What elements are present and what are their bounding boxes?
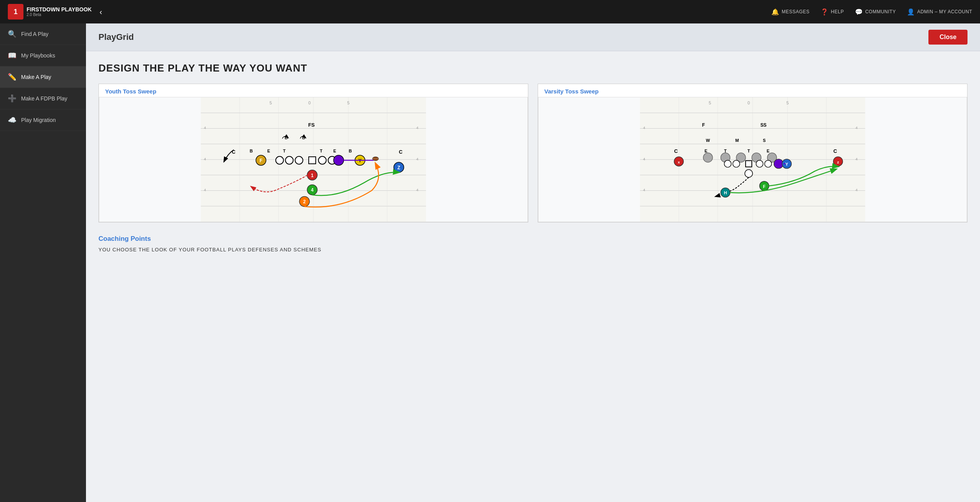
svg-text:M: M xyxy=(735,138,739,143)
svg-point-91 xyxy=(703,153,713,162)
svg-text:0: 0 xyxy=(748,100,750,105)
my-playbooks-icon: 📖 xyxy=(8,51,16,60)
svg-text:T: T xyxy=(748,149,750,153)
page-content: DESIGN THE PLAY THE WAY YOU WANT Youth T… xyxy=(86,51,980,265)
messages-link[interactable]: 🔔 MESSAGES xyxy=(771,8,810,16)
svg-point-35 xyxy=(285,156,293,164)
svg-text:C: C xyxy=(399,149,402,155)
help-icon: ❓ xyxy=(821,8,829,16)
sidebar-item-find-play[interactable]: 🔍 Find A Play xyxy=(0,23,86,45)
svg-text:W: W xyxy=(706,138,710,143)
logo: 1 FIRSTDOWN PLAYBOOK 2.0 Beta xyxy=(8,4,92,20)
svg-text:B: B xyxy=(349,149,352,153)
nav-toggle-button[interactable]: ‹ xyxy=(97,6,106,18)
logo-text: FIRSTDOWN PLAYBOOK 2.0 Beta xyxy=(27,6,92,18)
svg-text:4: 4 xyxy=(311,187,314,193)
svg-text:z: z xyxy=(837,160,839,164)
svg-text:5: 5 xyxy=(786,100,789,105)
svg-text:T: T xyxy=(724,149,727,153)
content-area: PlayGrid Close DESIGN THE PLAY THE WAY Y… xyxy=(86,23,980,502)
messages-icon: 🔔 xyxy=(771,8,780,16)
youth-toss-sweep-diagram: 0 5 5 4 4 4 4 4 4 FS xyxy=(99,97,528,222)
main-layout: 🔍 Find A Play 📖 My Playbooks ✏️ Make A P… xyxy=(0,23,980,502)
nav-right: 🔔 MESSAGES ❓ HELP 💬 COMMUNITY 👤 ADMIN – … xyxy=(771,8,972,16)
community-icon: 💬 xyxy=(855,8,863,16)
svg-point-98 xyxy=(724,160,731,167)
svg-text:S: S xyxy=(763,138,765,143)
youth-toss-sweep-card: Youth Toss Sweep xyxy=(98,84,528,222)
svg-text:1: 1 xyxy=(311,173,314,178)
close-button[interactable]: Close xyxy=(928,30,967,45)
svg-text:T: T xyxy=(320,149,323,153)
svg-text:4: 4 xyxy=(643,157,646,161)
coaching-section: Coaching Points YOU CHOOSE THE LOOK OF Y… xyxy=(98,235,967,254)
svg-text:5: 5 xyxy=(270,100,272,105)
svg-text:T: T xyxy=(283,149,286,153)
svg-text:0: 0 xyxy=(308,100,311,105)
coaching-title: Coaching Points xyxy=(98,235,967,243)
svg-text:FS: FS xyxy=(308,122,315,128)
svg-point-100 xyxy=(765,160,772,167)
varsity-toss-sweep-title: Varsity Toss Sweep xyxy=(538,84,967,97)
svg-text:4: 4 xyxy=(416,157,418,161)
svg-point-37 xyxy=(318,156,326,164)
find-play-icon: 🔍 xyxy=(8,30,16,38)
sidebar-item-my-playbooks[interactable]: 📖 My Playbooks xyxy=(0,45,86,66)
svg-text:F: F xyxy=(702,122,705,128)
svg-point-104 xyxy=(745,170,753,177)
svg-text:E: E xyxy=(267,149,270,153)
svg-text:4: 4 xyxy=(416,188,418,192)
sidebar-item-make-play[interactable]: ✏️ Make A Play xyxy=(0,66,86,88)
section-headline: DESIGN THE PLAY THE WAY YOU WANT xyxy=(98,62,967,74)
svg-text:E: E xyxy=(767,149,769,153)
svg-point-99 xyxy=(756,160,763,167)
admin-link[interactable]: 👤 ADMIN – MY ACCOUNT xyxy=(907,8,972,16)
svg-text:4: 4 xyxy=(416,126,418,130)
svg-text:C: C xyxy=(674,148,678,154)
make-fdpb-icon: ➕ xyxy=(8,94,16,103)
svg-text:E: E xyxy=(705,149,707,153)
community-link[interactable]: 💬 COMMUNITY xyxy=(855,8,896,16)
svg-point-97 xyxy=(733,160,740,167)
svg-text:5: 5 xyxy=(709,100,711,105)
plays-grid: Youth Toss Sweep xyxy=(98,84,967,222)
coaching-text: YOU CHOOSE THE LOOK OF YOUR FOOTBALL PLA… xyxy=(98,246,967,254)
sidebar-item-play-migration[interactable]: ☁️ Play Migration xyxy=(0,109,86,131)
svg-text:C: C xyxy=(833,148,837,154)
svg-text:H: H xyxy=(724,190,727,195)
svg-text:4: 4 xyxy=(855,188,858,192)
svg-text:4: 4 xyxy=(204,157,206,161)
youth-toss-sweep-title: Youth Toss Sweep xyxy=(99,84,528,97)
svg-rect-33 xyxy=(309,157,316,164)
admin-icon: 👤 xyxy=(907,8,915,16)
svg-point-34 xyxy=(295,156,303,164)
nav-left: 1 FIRSTDOWN PLAYBOOK 2.0 Beta ‹ xyxy=(8,4,105,20)
svg-text:4: 4 xyxy=(855,126,858,130)
svg-text:x: x xyxy=(678,160,680,164)
page-header: PlayGrid Close xyxy=(86,23,980,51)
page-title: PlayGrid xyxy=(98,32,134,42)
svg-text:5: 5 xyxy=(347,100,349,105)
svg-point-45 xyxy=(334,155,344,165)
top-nav: 1 FIRSTDOWN PLAYBOOK 2.0 Beta ‹ 🔔 MESSAG… xyxy=(0,0,980,23)
help-link[interactable]: ❓ HELP xyxy=(821,8,844,16)
svg-text:E: E xyxy=(333,149,336,153)
svg-text:2: 2 xyxy=(303,199,306,204)
svg-text:4: 4 xyxy=(204,126,206,130)
svg-text:4: 4 xyxy=(643,126,646,130)
svg-text:B: B xyxy=(250,149,253,153)
make-play-icon: ✏️ xyxy=(8,73,16,81)
svg-text:Y: Y xyxy=(785,162,789,167)
svg-text:4: 4 xyxy=(204,188,206,192)
svg-text:4: 4 xyxy=(643,188,646,192)
sidebar: 🔍 Find A Play 📖 My Playbooks ✏️ Make A P… xyxy=(0,23,86,502)
logo-icon: 1 xyxy=(8,4,23,20)
svg-text:SS: SS xyxy=(760,122,767,128)
svg-text:Z: Z xyxy=(397,165,400,170)
varsity-toss-sweep-card: Varsity Toss Sweep xyxy=(538,84,967,222)
svg-text:F: F xyxy=(763,184,765,189)
sidebar-item-make-fdpb-play[interactable]: ➕ Make A FDPB Play xyxy=(0,88,86,109)
varsity-toss-sweep-diagram: 0 5 5 4 4 4 4 4 4 F SS xyxy=(538,97,967,222)
svg-point-36 xyxy=(276,156,284,164)
play-migration-icon: ☁️ xyxy=(8,116,16,124)
